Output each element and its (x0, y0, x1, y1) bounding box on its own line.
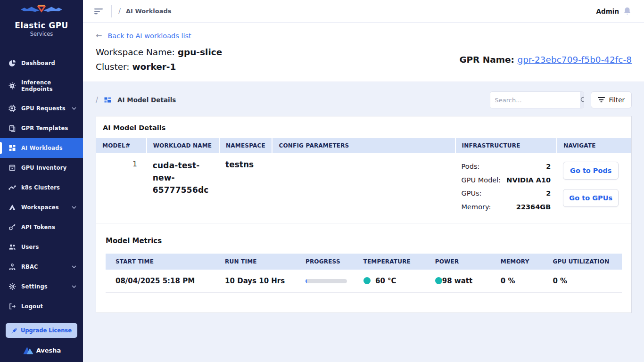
infra-gpu-model: GPU Model:NVIDIA A10 (462, 173, 551, 187)
sidebar-item-label: RBAC (21, 263, 38, 270)
infra-label: Memory: (462, 200, 491, 214)
avesha-logo-text: Avesha (36, 347, 61, 354)
content-background (83, 313, 644, 362)
toolbar-breadcrumb: AI Model Details (117, 96, 176, 104)
infra-label: GPUs: (462, 187, 482, 200)
search-box (490, 91, 584, 108)
chevron-down-icon (72, 285, 76, 288)
sidebar-item-label: GPU Requests (21, 105, 66, 112)
bell-icon[interactable] (623, 7, 632, 16)
sidebar-item-api-tokens[interactable]: API Tokens (0, 217, 83, 237)
table-header-row: MODEL# WORKLOAD NAME NAMESPACE CONFIG PA… (96, 138, 631, 153)
power-status-dot (435, 277, 442, 284)
gpr-name-link[interactable]: gpr-23ebc709-f5b0-42fc-8 (517, 55, 632, 65)
column-header-gpu-utilization: GPU UTILIZATION (548, 254, 622, 270)
table-row: 1 cuda-test-new-65777556dc testns Pods:2… (96, 153, 631, 223)
dashboard-icon (8, 59, 16, 67)
column-header-model: MODEL# (96, 138, 147, 153)
column-header-config-parameters: CONFIG PARAMETERS (272, 138, 455, 153)
sidebar-item-inference-endpoints[interactable]: Inference Endpoints (0, 73, 83, 99)
column-header-temperature: TEMPERATURE (359, 254, 430, 270)
sidebar-item-k8s-clusters[interactable]: k8s Clusters (0, 178, 83, 197)
sidebar-item-ai-workloads[interactable]: AI Workloads (0, 138, 83, 158)
inference-endpoints-icon (8, 82, 16, 90)
sidebar-item-gpr-templates[interactable]: GPR Templates (0, 118, 83, 138)
go-to-pods-button[interactable]: Go to Pods (563, 162, 619, 180)
infra-value: 22364GB (516, 200, 551, 214)
workspaces-icon (8, 204, 16, 211)
search-input[interactable] (490, 92, 580, 108)
infra-value: NVIDIA A10 (506, 173, 551, 187)
sidebar-item-label: Users (21, 244, 39, 250)
upgrade-license-label: Upgrade License (21, 327, 72, 334)
sidebar-item-users[interactable]: Users (0, 237, 83, 257)
go-to-gpus-button[interactable]: Go to GPUs (563, 189, 619, 207)
model-metrics-title: Model Metrics (96, 223, 631, 254)
cell-workload-name: cuda-test-new-65777556dc (147, 153, 219, 223)
admin-user-label[interactable]: Admin (596, 8, 619, 15)
upgrade-license-button[interactable]: Upgrade License (6, 323, 77, 338)
column-header-navigate: NAVIGATE (557, 138, 631, 153)
infra-label: GPU Model: (462, 173, 501, 187)
api-tokens-icon (8, 223, 16, 231)
sidebar: Elastic GPU Services Dashboard Inference… (0, 0, 83, 362)
filter-button-label: Filter (609, 96, 625, 104)
sidebar-item-dashboard[interactable]: Dashboard (0, 53, 83, 73)
column-header-infrastructure: INFRASTRUCTURE (455, 138, 557, 153)
breadcrumb-separator: / (96, 96, 98, 104)
workspace-name-line: Workspace Name: gpu-slice (96, 45, 222, 59)
ai-model-details-card: AI Model Details MODEL# WORKLOAD NAME NA… (96, 116, 632, 313)
sidebar-item-workspaces[interactable]: Workspaces (0, 197, 83, 217)
column-header-start-time: START TIME (106, 254, 220, 270)
search-icon[interactable] (580, 92, 584, 108)
power-value: 98 watt (442, 277, 472, 285)
cell-model-num: 1 (96, 153, 147, 223)
sidebar-item-label: GPR Templates (21, 125, 68, 132)
sidebar-item-logout[interactable]: Logout (0, 296, 83, 316)
sidebar-item-label: Settings (21, 283, 48, 290)
sidebar-item-gpu-inventory[interactable]: GPU Inventory (0, 158, 83, 178)
hamburger-icon[interactable] (94, 8, 104, 15)
column-header-memory: MEMORY (496, 254, 548, 270)
elastic-gpu-logo-icon (20, 4, 63, 18)
back-to-workloads-link[interactable]: ← Back to AI workloads list (96, 31, 191, 40)
main-content: / AI Workloads Admin ← Back to AI worklo… (83, 0, 644, 362)
column-header-run-time: RUN TIME (220, 254, 301, 270)
sidebar-nav: Dashboard Inference Endpoints GPU Reques… (0, 53, 83, 316)
sidebar-item-gpu-requests[interactable]: GPU Requests (0, 99, 83, 118)
metrics-row: 08/04/2025 5:18 PM 10 Days 10 Hrs 60 °C … (106, 270, 622, 293)
sidebar-item-label: Inference Endpoints (21, 79, 83, 92)
workspace-name-label: Workspace Name: (96, 47, 178, 57)
cell-run-time: 10 Days 10 Hrs (220, 270, 301, 293)
breadcrumb-separator: / (118, 7, 121, 16)
sidebar-item-rbac[interactable]: RBAC (0, 257, 83, 277)
back-arrow-icon: ← (96, 31, 102, 40)
cell-power: 98 watt (430, 270, 496, 293)
cell-infrastructure: Pods:2 GPU Model:NVIDIA A10 GPUs:2 Memor… (455, 153, 557, 223)
filter-button[interactable]: Filter (591, 91, 632, 108)
topbar: / AI Workloads Admin (83, 0, 644, 23)
ai-workloads-icon (8, 144, 16, 152)
avesha-footer: Avesha (0, 346, 83, 355)
page-header: ← Back to AI workloads list Workspace Na… (83, 23, 644, 82)
cell-navigate: Go to Pods Go to GPUs (557, 153, 631, 223)
avesha-logo-icon (22, 346, 34, 355)
sidebar-item-label: Logout (21, 303, 43, 310)
chevron-down-icon (72, 107, 76, 110)
grid-icon (104, 96, 112, 104)
infra-pods: Pods:2 (462, 160, 551, 173)
infra-value: 2 (546, 187, 551, 200)
topbar-divider (111, 5, 112, 17)
cell-temperature: 60 °C (359, 270, 430, 293)
cell-start-time: 08/04/2025 5:18 PM (106, 270, 220, 293)
cell-namespace: testns (219, 153, 272, 223)
temperature-status-dot (363, 277, 371, 284)
toolbar: / AI Model Details Filter (83, 82, 644, 108)
cell-memory: 0 % (496, 270, 548, 293)
logout-icon (8, 303, 16, 310)
sidebar-item-settings[interactable]: Settings (0, 277, 83, 296)
sidebar-item-label: k8s Clusters (21, 184, 60, 191)
sidebar-item-label: GPU Inventory (21, 165, 66, 171)
cell-config-parameters (272, 153, 455, 223)
infra-memory: Memory:22364GB (462, 200, 551, 214)
